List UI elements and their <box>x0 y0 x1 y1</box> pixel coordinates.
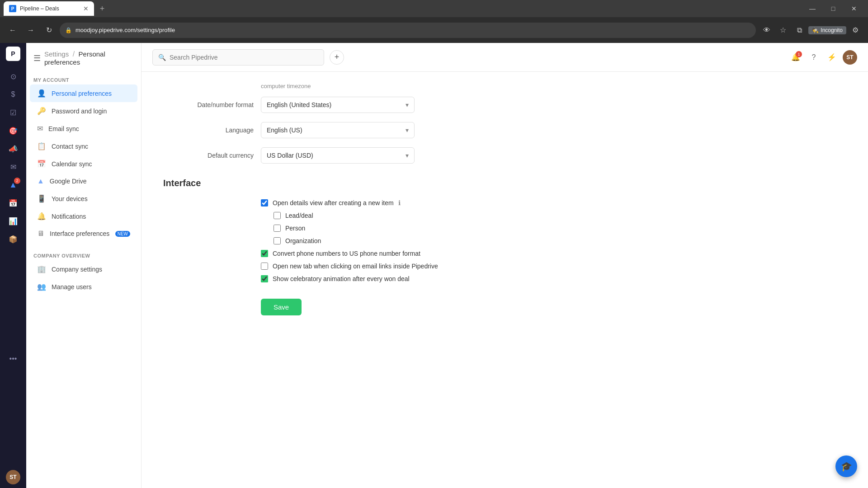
profile-icon[interactable]: ⧉ <box>792 23 807 38</box>
topbar-actions: 🔔 1 ? ⚡ ST <box>788 50 857 65</box>
rail-deals-icon[interactable]: $ <box>5 86 21 103</box>
new-tab-button[interactable]: + <box>96 2 108 15</box>
sidebar: ☰ Settings / Personal preferences MY ACC… <box>26 43 142 488</box>
rail-home-icon[interactable]: ⊙ <box>5 68 21 84</box>
rail-google-icon[interactable]: ▲ 2 <box>5 177 21 193</box>
maximize-button[interactable]: □ <box>823 1 844 16</box>
sidebar-item-label: Password and login <box>52 108 107 115</box>
sidebar-item-company-settings[interactable]: 🏢 Company settings <box>30 260 137 278</box>
browser-tab[interactable]: P Pipeline – Deals ✕ <box>4 1 94 16</box>
back-button[interactable]: ← <box>5 23 20 38</box>
date-format-chevron-down-icon: ▾ <box>406 101 409 108</box>
lead-deal-row: Lead/deal <box>274 212 507 219</box>
sidebar-item-password-and-login[interactable]: 🔑 Password and login <box>30 102 137 120</box>
rail-products-icon[interactable]: 📦 <box>5 231 21 247</box>
currency-chevron-down-icon: ▾ <box>406 152 409 159</box>
celebratory-checkbox[interactable] <box>261 275 268 282</box>
date-format-select[interactable]: English (United States) ▾ <box>261 97 415 113</box>
browser-titlebar: P Pipeline – Deals ✕ + — □ ✕ <box>0 0 868 17</box>
person-checkbox[interactable] <box>274 225 281 232</box>
sidebar-item-personal-preferences[interactable]: 👤 Personal preferences <box>30 84 137 102</box>
sidebar-item-calendar-sync[interactable]: 📅 Calendar sync <box>30 155 137 173</box>
organization-label: Organization <box>285 237 321 244</box>
tab-title: Pipeline – Deals <box>20 5 80 12</box>
sidebar-item-contact-sync[interactable]: 📋 Contact sync <box>30 137 137 155</box>
minimize-button[interactable]: — <box>802 1 823 16</box>
help-icon[interactable]: ? <box>807 50 821 65</box>
convert-phone-label: Convert phone numbers to US phone number… <box>273 250 420 257</box>
forward-button[interactable]: → <box>24 23 38 38</box>
tab-close-button[interactable]: ✕ <box>83 5 89 12</box>
open-details-info-icon[interactable]: ℹ <box>398 199 401 206</box>
language-select[interactable]: English (US) ▾ <box>261 122 415 138</box>
open-details-label: Open details view after creating a new i… <box>273 199 394 206</box>
pipedrive-logo[interactable]: P <box>6 47 20 61</box>
rail-campaigns-icon[interactable]: 📣 <box>5 141 21 157</box>
sidebar-item-google-drive[interactable]: ▲ Google Drive <box>30 173 137 190</box>
rail-reports-icon[interactable]: 📊 <box>5 213 21 229</box>
rail-mail-icon[interactable]: ✉ <box>5 159 21 175</box>
sidebar-item-label: Interface preferences <box>50 230 109 237</box>
breadcrumb-root[interactable]: Settings <box>44 50 69 58</box>
lightning-icon[interactable]: ⚡ <box>825 50 839 65</box>
person-label: Person <box>285 225 305 232</box>
manage-users-icon: 👥 <box>37 282 46 291</box>
convert-phone-checkbox[interactable] <box>261 250 268 257</box>
calendar-sync-icon: 📅 <box>37 160 46 168</box>
settings-section: computer timezone Date/number format Eng… <box>163 83 507 315</box>
bookmark-star-icon[interactable]: ☆ <box>776 23 790 38</box>
notification-icon[interactable]: 🔔 1 <box>788 50 803 65</box>
celebratory-label: Show celebratory animation after every w… <box>273 275 410 282</box>
open-tab-label: Open new tab when clicking on email link… <box>273 263 438 270</box>
lead-deal-checkbox[interactable] <box>274 212 281 219</box>
sidebar-item-your-devices[interactable]: 📱 Your devices <box>30 190 137 207</box>
close-window-button[interactable]: ✕ <box>844 1 864 16</box>
tab-favicon: P <box>9 5 16 12</box>
add-button[interactable]: + <box>330 50 344 65</box>
sidebar-item-label: Company settings <box>52 266 102 273</box>
rail-avatar[interactable]: ST <box>6 470 20 484</box>
date-format-row: Date/number format English (United State… <box>163 97 507 113</box>
rail-activities-icon[interactable]: ☑ <box>5 104 21 121</box>
search-box[interactable]: 🔍 <box>152 49 324 66</box>
company-settings-icon: 🏢 <box>37 265 46 273</box>
sidebar-menu-button[interactable]: ☰ <box>33 53 41 63</box>
sidebar-item-email-sync[interactable]: ✉ Email sync <box>30 120 137 137</box>
company-overview-section-label: COMPANY OVERVIEW <box>26 249 141 260</box>
user-avatar[interactable]: ST <box>843 50 857 65</box>
sidebar-item-label: Email sync <box>48 125 79 132</box>
sidebar-item-notifications[interactable]: 🔔 Notifications <box>30 207 137 225</box>
interface-section: Interface Open details view after creati… <box>163 178 507 315</box>
convert-phone-row: Convert phone numbers to US phone number… <box>261 250 507 257</box>
organization-checkbox[interactable] <box>274 237 281 244</box>
sidebar-item-interface-preferences[interactable]: 🖥 Interface preferences NEW <box>30 225 137 242</box>
your-devices-icon: 📱 <box>37 194 46 203</box>
currency-value: US Dollar (USD) <box>267 152 313 159</box>
rail-calendar-icon[interactable]: 📅 <box>5 195 21 211</box>
icon-rail: P ⊙ $ ☑ 🎯 📣 ✉ ▲ 2 📅 📊 📦 ••• ST <box>0 43 26 488</box>
floating-help-button[interactable]: 🎓 <box>835 455 857 477</box>
open-details-row: Open details view after creating a new i… <box>261 199 507 206</box>
extension-icon[interactable]: ⚙ <box>848 23 863 38</box>
currency-label: Default currency <box>163 152 254 159</box>
open-details-checkbox[interactable] <box>261 199 268 206</box>
browser-actions: 👁 ☆ ⧉ 🕵 Incognito ⚙ <box>760 23 863 38</box>
new-badge: NEW <box>115 231 130 237</box>
sidebar-item-manage-users[interactable]: 👥 Manage users <box>30 278 137 296</box>
sidebar-item-label: Notifications <box>52 213 86 220</box>
currency-select[interactable]: US Dollar (USD) ▾ <box>261 147 415 164</box>
rail-leads-icon[interactable]: 🎯 <box>5 122 21 139</box>
timezone-note: computer timezone <box>261 83 507 89</box>
open-tab-checkbox[interactable] <box>261 263 268 270</box>
rail-more-icon[interactable]: ••• <box>5 351 21 367</box>
address-bar[interactable]: 🔒 moodjoy.pipedrive.com/settings/profile <box>60 23 756 38</box>
topbar: 🔍 + 🔔 1 ? ⚡ ST <box>142 43 868 72</box>
hide-icon[interactable]: 👁 <box>760 23 774 38</box>
language-label: Language <box>163 127 254 134</box>
refresh-button[interactable]: ↻ <box>42 23 56 38</box>
password-login-icon: 🔑 <box>37 107 46 115</box>
open-tab-row: Open new tab when clicking on email link… <box>261 263 507 270</box>
sidebar-header: ☰ Settings / Personal preferences <box>26 50 141 74</box>
search-input[interactable] <box>170 54 318 61</box>
save-button[interactable]: Save <box>261 299 302 315</box>
